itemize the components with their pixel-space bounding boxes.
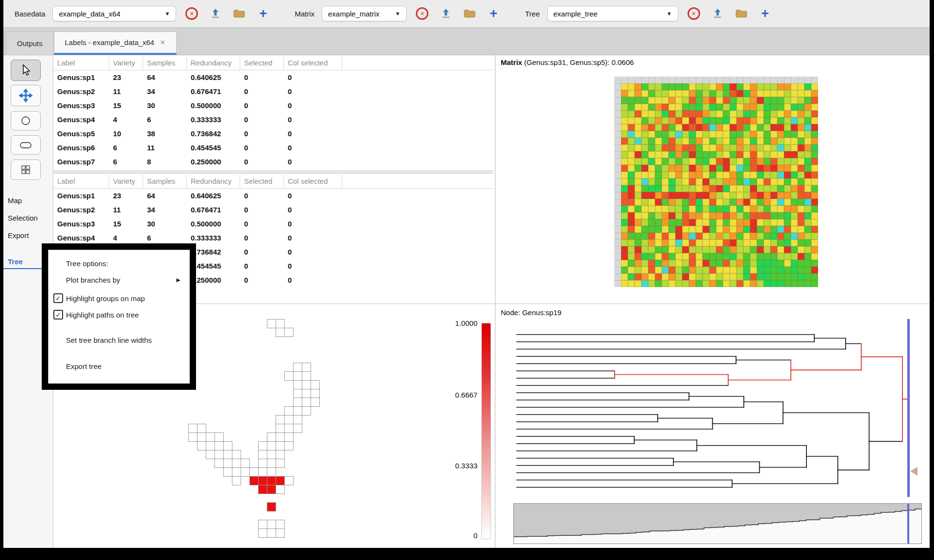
- table-row[interactable]: Genus:sp211340.67647100: [53, 84, 493, 98]
- table-cell: 6: [109, 141, 143, 155]
- matrix-title-bold: Matrix: [501, 58, 522, 66]
- table-cell: 0: [240, 141, 284, 155]
- matrix-open-button[interactable]: [461, 5, 478, 22]
- table-row[interactable]: Genus:sp123640.64062500: [53, 189, 493, 203]
- column-header[interactable]: Variety: [109, 175, 143, 188]
- table-row[interactable]: Genus:sp315300.50000000: [53, 98, 493, 112]
- table-cell: 0: [284, 259, 342, 273]
- tree-add-button[interactable]: +: [757, 5, 773, 22]
- table-cell: 30: [143, 217, 187, 231]
- basedata-cancel-button[interactable]: ✕: [183, 5, 200, 22]
- table-row[interactable]: Genus:sp510380.73684200: [53, 127, 493, 141]
- basedata-open-button[interactable]: [231, 5, 247, 22]
- table-row[interactable]: Genus:sp4460.33333300: [53, 112, 493, 127]
- matrix-heatmap-canvas[interactable]: [614, 77, 818, 287]
- cursor-icon: [20, 64, 31, 77]
- open-folder-icon: [463, 9, 476, 18]
- tab-outputs[interactable]: Outputs: [6, 32, 54, 55]
- tree-cursor-line[interactable]: [907, 319, 910, 497]
- column-header[interactable]: Col selected: [284, 175, 342, 188]
- table-cell: 4: [109, 231, 143, 245]
- table-cell: 0: [284, 189, 342, 203]
- circle-icon: [20, 115, 32, 127]
- table-row[interactable]: Genus:sp315300.50000000: [53, 217, 493, 231]
- table-cell: 0: [284, 112, 342, 127]
- cursor-tool-button[interactable]: [11, 60, 41, 81]
- table-row[interactable]: Genus:sp7680.25000000: [53, 155, 493, 169]
- basedata-add-button[interactable]: +: [255, 5, 271, 22]
- column-header[interactable]: Selected: [240, 175, 284, 188]
- column-header[interactable]: Samples: [143, 175, 187, 188]
- chevron-down-icon: ▼: [160, 11, 170, 16]
- matrix-select[interactable]: example_matrix ▼: [322, 6, 407, 21]
- sidebar-item-map[interactable]: Map: [8, 196, 22, 205]
- merge-distance-strip-canvas[interactable]: [513, 503, 922, 544]
- table-cell: 0: [240, 231, 284, 245]
- tab-labels-example-data[interactable]: Labels - example_data_x64 ✕: [54, 32, 177, 55]
- table-cell: 0: [284, 98, 342, 112]
- dendrogram-canvas[interactable]: [508, 318, 922, 498]
- close-icon[interactable]: ✕: [160, 39, 165, 46]
- grid-tool-button[interactable]: [11, 160, 41, 180]
- chevron-down-icon: ▼: [662, 11, 672, 16]
- table-cell: 11: [109, 203, 143, 217]
- circle-select-tool-button[interactable]: [11, 111, 41, 130]
- sidebar-item-tree[interactable]: Tree: [8, 257, 23, 266]
- matrix-cancel-button[interactable]: ✕: [414, 5, 430, 22]
- move-tool-button[interactable]: [11, 85, 41, 106]
- table-cell: 0: [240, 273, 284, 287]
- som-map-canvas[interactable]: [188, 319, 328, 546]
- basedata-label: Basedata: [15, 10, 45, 18]
- table-cell: Genus:sp1: [53, 189, 109, 203]
- column-header[interactable]: Label: [53, 175, 109, 188]
- table-cell: 6: [143, 112, 187, 127]
- colorbar-label: 0.6667: [444, 391, 477, 399]
- table-row[interactable]: Genus:sp211340.67647100: [53, 203, 493, 217]
- table-cell: 4: [109, 112, 143, 127]
- column-header[interactable]: Col selected: [284, 56, 342, 70]
- table-row[interactable]: Genus:sp66110.45454500: [53, 141, 493, 155]
- tree-export-button[interactable]: [709, 5, 726, 22]
- chevron-down-icon: ▼: [390, 11, 400, 16]
- tree-open-button[interactable]: [733, 5, 750, 22]
- sidebar-item-export[interactable]: Export: [8, 231, 29, 240]
- table-row[interactable]: Genus:sp4460.33333300: [53, 231, 493, 245]
- table-cell: 23: [109, 70, 143, 84]
- table-row[interactable]: Genus:sp123640.64062500: [53, 70, 493, 84]
- table-cell: 0: [240, 203, 284, 217]
- basedata-export-button[interactable]: [207, 5, 224, 22]
- table-cell: Genus:sp4: [53, 231, 109, 245]
- plus-icon: +: [490, 7, 497, 20]
- table-cell: 11: [109, 84, 143, 98]
- tree-cancel-button[interactable]: ✕: [686, 5, 702, 22]
- column-header[interactable]: Redundancy: [187, 175, 240, 188]
- table-cell: 23: [109, 189, 143, 203]
- table-cell: Genus:sp4: [53, 112, 109, 127]
- cancel-icon: ✕: [688, 7, 700, 20]
- rect-select-tool-button[interactable]: [11, 135, 41, 155]
- table-cell: 0: [284, 155, 342, 169]
- sidebar-item-selection[interactable]: Selection: [8, 214, 38, 222]
- frame-right: [930, 0, 934, 560]
- tree-select[interactable]: example_tree ▼: [547, 6, 678, 21]
- matrix-add-button[interactable]: +: [485, 5, 502, 22]
- column-header[interactable]: Samples: [143, 56, 187, 70]
- annotation-highlight-frame: [42, 243, 196, 390]
- tab-bar: Outputs Labels - example_data_x64 ✕: [0, 28, 934, 55]
- column-header[interactable]: Variety: [109, 56, 143, 70]
- table-cell: 0: [284, 245, 342, 259]
- basedata-select[interactable]: example_data_x64 ▼: [52, 6, 176, 21]
- table-cell: 0: [240, 155, 284, 169]
- main-toolbar: Basedata example_data_x64 ▼ ✕ + Matrix e…: [0, 0, 934, 28]
- matrix-export-button[interactable]: [438, 5, 454, 22]
- table-cell: 0: [284, 141, 342, 155]
- table-cell: 0: [240, 70, 284, 84]
- column-header[interactable]: Selected: [240, 56, 284, 70]
- column-header[interactable]: Redundancy: [187, 56, 240, 70]
- table-cell: 0: [240, 112, 284, 127]
- matrix-select-value: example_matrix: [328, 10, 379, 18]
- column-header[interactable]: Label: [53, 56, 109, 70]
- tree-slider-handle-icon[interactable]: [910, 467, 918, 476]
- tree-panel-title: Node: Genus:sp19: [501, 308, 561, 317]
- basedata-select-value: example_data_x64: [59, 10, 120, 18]
